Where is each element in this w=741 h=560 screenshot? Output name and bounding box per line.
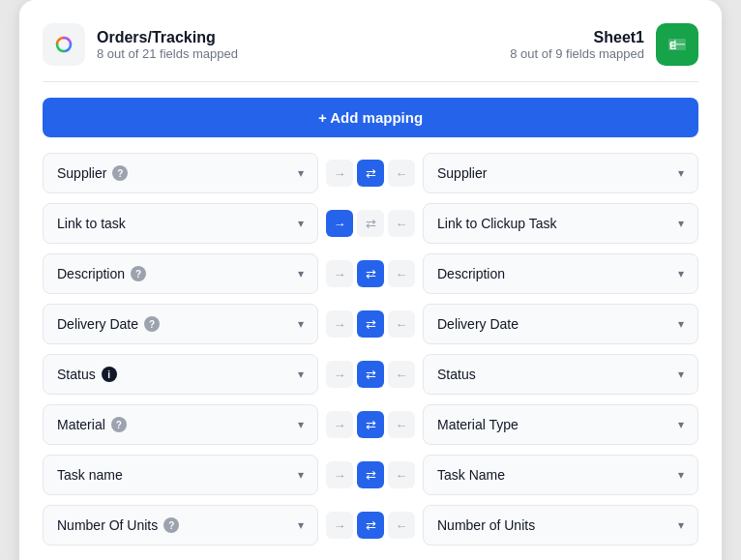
left-field-label: Statusi xyxy=(57,367,117,382)
left-field-label: Material? xyxy=(57,417,127,432)
arrow-right-button[interactable]: → xyxy=(326,411,353,438)
arrows-group: →⇄← xyxy=(326,512,415,539)
arrow-left-button[interactable]: ← xyxy=(388,512,415,539)
right-field-label: Delivery Date xyxy=(437,316,519,332)
chevron-down-icon: ▾ xyxy=(298,418,304,431)
help-icon: ? xyxy=(144,316,160,332)
left-field-select[interactable]: Statusi▾ xyxy=(43,354,318,395)
left-field-label: Description? xyxy=(57,266,146,281)
arrow-sync-button[interactable]: ⇄ xyxy=(357,260,384,287)
arrow-right-button[interactable]: → xyxy=(326,361,353,388)
help-icon: ? xyxy=(131,266,146,281)
arrows-group: →⇄← xyxy=(326,461,415,488)
mapping-row: Material?▾→⇄←Material Type▾ xyxy=(43,404,698,445)
arrow-left-button[interactable]: ← xyxy=(388,411,415,438)
right-field-select[interactable]: Supplier▾ xyxy=(423,153,698,193)
arrow-sync-button[interactable]: ⇄ xyxy=(357,512,384,539)
main-card: Orders/Tracking 8 out of 21 fields mappe… xyxy=(19,0,722,560)
arrow-sync-button[interactable]: ⇄ xyxy=(357,160,384,187)
right-field-select[interactable]: Material Type▾ xyxy=(423,404,698,445)
mapping-row: Link to task▾→⇄←Link to Clickup Task▾ xyxy=(43,203,698,244)
arrow-right-button[interactable]: → xyxy=(326,210,353,237)
app-info: Orders/Tracking 8 out of 21 fields mappe… xyxy=(97,29,238,61)
chevron-down-icon: ▾ xyxy=(678,468,684,482)
chevron-down-icon: ▾ xyxy=(298,468,304,482)
help-icon: ? xyxy=(111,417,127,432)
chevron-down-icon: ▾ xyxy=(298,518,304,532)
header-left: Orders/Tracking 8 out of 21 fields mappe… xyxy=(43,23,238,66)
right-field-select[interactable]: Status▾ xyxy=(423,354,698,395)
arrow-left-button[interactable]: ← xyxy=(388,260,415,287)
header: Orders/Tracking 8 out of 21 fields mappe… xyxy=(43,23,698,82)
arrows-group: →⇄← xyxy=(326,310,415,338)
arrow-sync-button[interactable]: ⇄ xyxy=(357,210,384,237)
sheet-logo-icon: E xyxy=(656,23,698,66)
app-fields-count: 8 out of 21 fields mapped xyxy=(97,46,238,61)
mapping-row: Number Of Units?▾→⇄←Number of Units▾ xyxy=(43,505,698,545)
mapping-row: Task name▾→⇄←Task Name▾ xyxy=(43,455,698,495)
left-field-select[interactable]: Delivery Date?▾ xyxy=(43,304,318,344)
chevron-down-icon: ▾ xyxy=(298,166,304,180)
arrows-group: →⇄← xyxy=(326,411,415,438)
left-field-select[interactable]: Link to task▾ xyxy=(43,203,318,244)
arrow-sync-button[interactable]: ⇄ xyxy=(357,361,384,388)
left-field-label: Delivery Date? xyxy=(57,316,160,332)
right-field-select[interactable]: Task Name▾ xyxy=(423,455,698,495)
chevron-down-icon: ▾ xyxy=(678,267,684,280)
left-field-select[interactable]: Supplier?▾ xyxy=(43,153,318,193)
chevron-down-icon: ▾ xyxy=(678,518,684,532)
arrow-right-button[interactable]: → xyxy=(326,260,353,287)
arrow-left-button[interactable]: ← xyxy=(388,461,415,488)
arrow-left-button[interactable]: ← xyxy=(388,310,415,338)
arrow-right-button[interactable]: → xyxy=(326,160,353,187)
app-logo-icon xyxy=(43,23,85,66)
app-name: Orders/Tracking xyxy=(97,29,238,46)
left-field-select[interactable]: Task name▾ xyxy=(43,455,318,495)
left-field-label: Link to task xyxy=(57,216,126,231)
right-field-label: Supplier xyxy=(437,165,487,181)
right-field-select[interactable]: Number of Units▾ xyxy=(423,505,698,545)
arrow-left-button[interactable]: ← xyxy=(388,361,415,388)
arrow-right-button[interactable]: → xyxy=(326,461,353,488)
chevron-down-icon: ▾ xyxy=(298,368,304,381)
left-field-label: Number Of Units? xyxy=(57,517,179,533)
left-field-label: Task name xyxy=(57,467,123,483)
arrow-right-button[interactable]: → xyxy=(326,310,353,338)
left-field-label: Supplier? xyxy=(57,165,128,181)
help-icon: ? xyxy=(163,517,179,533)
right-field-label: Material Type xyxy=(437,417,519,432)
sheet-fields-count: 8 out of 9 fields mapped xyxy=(510,46,644,61)
left-field-select[interactable]: Material?▾ xyxy=(43,404,318,445)
arrow-sync-button[interactable]: ⇄ xyxy=(357,411,384,438)
arrow-left-button[interactable]: ← xyxy=(388,160,415,187)
right-field-label: Link to Clickup Task xyxy=(437,216,556,231)
svg-rect-4 xyxy=(669,44,685,45)
sheet-info: Sheet1 8 out of 9 fields mapped xyxy=(510,29,644,61)
mapping-row: Description?▾→⇄←Description▾ xyxy=(43,253,698,294)
arrow-right-button[interactable]: → xyxy=(326,512,353,539)
arrows-group: →⇄← xyxy=(326,361,415,388)
chevron-down-icon: ▾ xyxy=(298,317,304,331)
mappings-container: Supplier?▾→⇄←Supplier▾Link to task▾→⇄←Li… xyxy=(43,153,698,545)
info-icon: i xyxy=(102,367,117,382)
arrows-group: →⇄← xyxy=(326,260,415,287)
add-mapping-button[interactable]: + Add mapping xyxy=(43,98,698,137)
right-field-label: Description xyxy=(437,266,505,281)
sheet-name: Sheet1 xyxy=(510,29,644,46)
chevron-down-icon: ▾ xyxy=(298,267,304,280)
left-field-select[interactable]: Number Of Units?▾ xyxy=(43,505,318,545)
arrow-left-button[interactable]: ← xyxy=(388,210,415,237)
right-field-label: Number of Units xyxy=(437,517,535,533)
header-right: Sheet1 8 out of 9 fields mapped E xyxy=(510,23,698,66)
left-field-select[interactable]: Description?▾ xyxy=(43,253,318,294)
right-field-select[interactable]: Delivery Date▾ xyxy=(423,304,698,344)
mapping-row: Statusi▾→⇄←Status▾ xyxy=(43,354,698,395)
chevron-down-icon: ▾ xyxy=(678,418,684,431)
chevron-down-icon: ▾ xyxy=(678,368,684,381)
right-field-select[interactable]: Link to Clickup Task▾ xyxy=(423,203,698,244)
arrow-sync-button[interactable]: ⇄ xyxy=(357,310,384,338)
right-field-label: Task Name xyxy=(437,467,505,483)
arrows-group: →⇄← xyxy=(326,160,415,187)
right-field-select[interactable]: Description▾ xyxy=(423,253,698,294)
arrow-sync-button[interactable]: ⇄ xyxy=(357,461,384,488)
